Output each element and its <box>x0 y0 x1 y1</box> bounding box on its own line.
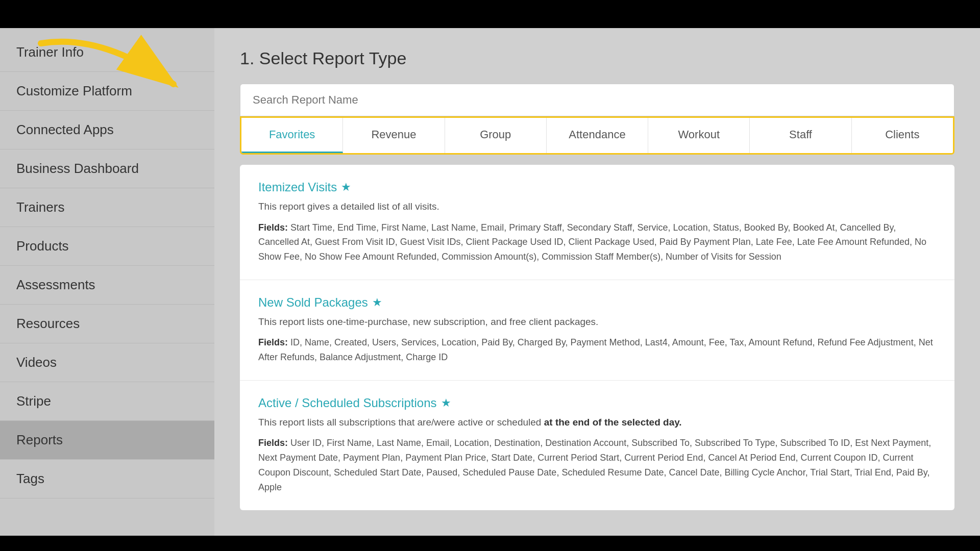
tab-staff[interactable]: Staff <box>750 118 851 153</box>
report-title-new-sold-packages[interactable]: New Sold Packages ★ <box>258 295 936 310</box>
star-icon-active-scheduled-subscriptions: ★ <box>441 396 451 410</box>
report-card-new-sold-packages: New Sold Packages ★This report lists one… <box>240 280 954 381</box>
sidebar-item-customize-platform[interactable]: Customize Platform <box>0 72 214 111</box>
sidebar-item-assessments[interactable]: Assessments <box>0 266 214 305</box>
report-description-itemized-visits: This report gives a detailed list of all… <box>258 199 936 214</box>
tab-attendance[interactable]: Attendance <box>547 118 648 153</box>
page-title: 1. Select Report Type <box>240 48 954 68</box>
top-bar <box>0 0 980 28</box>
report-card-itemized-visits: Itemized Visits ★This report gives a det… <box>240 165 954 280</box>
sidebar-item-reports[interactable]: Reports <box>0 421 214 460</box>
report-fields-new-sold-packages: Fields: ID, Name, Created, Users, Servic… <box>258 335 936 365</box>
sidebar-item-resources[interactable]: Resources <box>0 305 214 343</box>
report-description-new-sold-packages: This report lists one-time-purchase, new… <box>258 315 936 330</box>
report-title-active-scheduled-subscriptions[interactable]: Active / Scheduled Subscriptions ★ <box>258 396 936 410</box>
sidebar-item-trainer-info[interactable]: Trainer Info <box>0 33 214 72</box>
report-title-itemized-visits[interactable]: Itemized Visits ★ <box>258 180 936 194</box>
sidebar: Trainer InfoCustomize PlatformConnected … <box>0 28 214 536</box>
star-icon-itemized-visits: ★ <box>341 181 351 194</box>
tab-group[interactable]: Group <box>445 118 547 153</box>
tab-workout[interactable]: Workout <box>648 118 750 153</box>
sidebar-item-products[interactable]: Products <box>0 227 214 266</box>
report-fields-itemized-visits: Fields: Start Time, End Time, First Name… <box>258 220 936 264</box>
tab-clients[interactable]: Clients <box>852 118 953 153</box>
reports-area: Itemized Visits ★This report gives a det… <box>240 165 954 510</box>
tabs-container: FavoritesRevenueGroupAttendanceWorkoutSt… <box>240 116 954 155</box>
tab-revenue[interactable]: Revenue <box>343 118 445 153</box>
report-fields-active-scheduled-subscriptions: Fields: User ID, First Name, Last Name, … <box>258 436 936 494</box>
sidebar-item-connected-apps[interactable]: Connected Apps <box>0 111 214 149</box>
report-card-active-scheduled-subscriptions: Active / Scheduled Subscriptions ★This r… <box>240 381 954 510</box>
sidebar-item-trainers[interactable]: Trainers <box>0 188 214 227</box>
report-description-active-scheduled-subscriptions: This report lists all subscriptions that… <box>258 415 936 430</box>
search-input[interactable] <box>240 84 954 116</box>
star-icon-new-sold-packages: ★ <box>372 296 382 309</box>
main-content: 1. Select Report Type FavoritesRevenueGr… <box>214 28 980 536</box>
sidebar-item-business-dashboard[interactable]: Business Dashboard <box>0 149 214 188</box>
sidebar-item-videos[interactable]: Videos <box>0 343 214 382</box>
bottom-bar <box>0 536 980 551</box>
sidebar-item-stripe[interactable]: Stripe <box>0 382 214 421</box>
tab-favorites[interactable]: Favorites <box>241 118 343 153</box>
sidebar-item-tags[interactable]: Tags <box>0 460 214 498</box>
